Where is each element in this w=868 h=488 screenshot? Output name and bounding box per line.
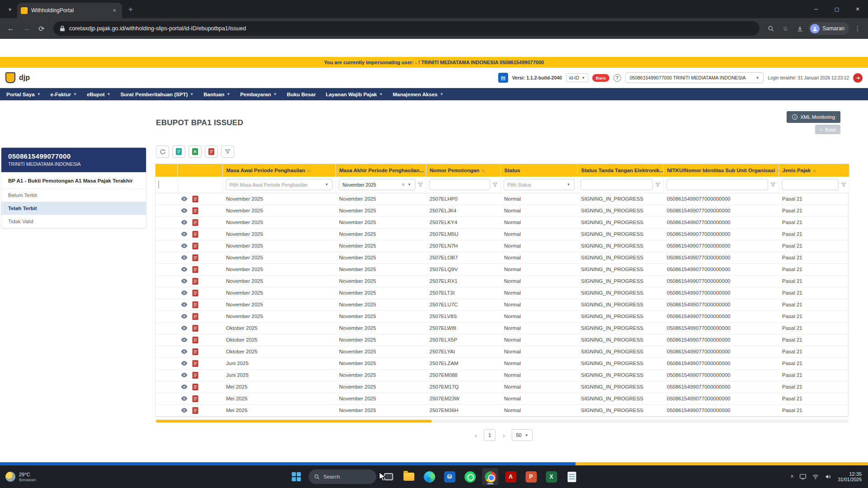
select-all-checkbox[interactable]: [158, 180, 159, 189]
download-pdf-icon[interactable]: [192, 407, 198, 414]
funnel-icon[interactable]: [655, 182, 660, 188]
view-row-icon[interactable]: [181, 314, 188, 319]
table-row[interactable]: Oktober 2025 November 2025 2507ELX5P Nor…: [156, 334, 849, 346]
taskbar-icon-chrome[interactable]: [482, 468, 499, 485]
download-pdf-icon[interactable]: [192, 325, 198, 332]
view-row-icon[interactable]: [181, 220, 188, 225]
view-row-icon[interactable]: [181, 243, 188, 249]
download-pdf-icon[interactable]: [192, 278, 198, 285]
download-pdf-icon[interactable]: [192, 313, 198, 320]
taskbar-icon-notepad[interactable]: [564, 468, 580, 485]
download-pdf-icon[interactable]: [192, 395, 198, 402]
download-pdf-icon[interactable]: [192, 360, 198, 367]
header-masa-awal[interactable]: Masa Awal Periode Penghasilan↑↓: [222, 164, 335, 177]
download-pdf-icon[interactable]: [192, 337, 198, 343]
taskbar-icon-adobe[interactable]: A: [503, 468, 519, 485]
browser-tab[interactable]: WithholdingPortal ×: [17, 3, 122, 18]
filter-masa-awal-select[interactable]: Pilih Masa Awal Periode Penghasilan▼: [226, 179, 333, 190]
clear-filter-icon[interactable]: ×: [402, 182, 405, 188]
tray-volume-icon[interactable]: [825, 474, 831, 479]
download-pdf-icon[interactable]: [192, 254, 198, 261]
table-row[interactable]: November 2025 November 2025 2507ELJK4 No…: [156, 205, 849, 216]
view-row-icon[interactable]: [181, 349, 188, 354]
download-pdf-icon[interactable]: [192, 372, 198, 379]
bookmark-star-icon[interactable]: ☆: [779, 23, 791, 34]
table-row[interactable]: November 2025 November 2025 2507ELV8S No…: [156, 310, 849, 322]
browser-profile-button[interactable]: Samaran: [808, 22, 849, 35]
sort-icon[interactable]: ↑↓: [481, 168, 485, 173]
nav-item-bantuan[interactable]: Bantuan▼: [203, 92, 230, 97]
nav-item-buku-besar[interactable]: Buku Besar: [287, 92, 316, 97]
funnel-icon[interactable]: [770, 182, 776, 188]
url-bar[interactable]: coretaxdjp.pajak.go.id/withholding-slips…: [53, 21, 760, 36]
taskbar-icon-powerpoint[interactable]: P: [523, 468, 539, 485]
logout-icon[interactable]: ➜: [853, 73, 863, 83]
window-close-button[interactable]: ✕: [847, 0, 868, 18]
nav-item-layanan-wajib-pajak[interactable]: Layanan Wajib Pajak▼: [326, 92, 382, 97]
view-row-icon[interactable]: [181, 302, 188, 307]
view-row-icon[interactable]: [181, 208, 188, 213]
taskbar-icon-store[interactable]: ⛁: [442, 468, 458, 485]
funnel-icon[interactable]: [841, 182, 846, 188]
funnel-icon[interactable]: [492, 182, 498, 188]
table-row[interactable]: Juni 2025 November 2025 2507ELZAM Normal…: [156, 357, 849, 369]
header-jenis-pajak[interactable]: Jenis Pajak↑↓: [778, 164, 849, 177]
view-row-icon[interactable]: [181, 372, 188, 378]
tab-search-chevron-icon[interactable]: ▾: [4, 3, 16, 16]
export-pdf-button[interactable]: [205, 145, 218, 158]
export-csv-button[interactable]: [172, 145, 185, 158]
export-excel-button[interactable]: [189, 145, 202, 158]
scrollbar-thumb[interactable]: [156, 420, 432, 422]
filter-status-ttd-input[interactable]: [580, 179, 653, 190]
taskbar-weather-widget[interactable]: 29°C Berawan: [0, 472, 36, 482]
view-row-icon[interactable]: [181, 255, 188, 260]
tray-hidden-icons-chevron[interactable]: ˄: [790, 474, 793, 480]
header-status[interactable]: Status: [500, 164, 577, 177]
start-button[interactable]: [288, 468, 305, 485]
window-minimize-button[interactable]: ─: [806, 0, 826, 18]
browser-menu-icon[interactable]: ⋮: [852, 23, 863, 34]
table-row[interactable]: November 2025 November 2025 2507ELT3I No…: [156, 287, 849, 299]
download-pdf-icon[interactable]: [192, 348, 198, 355]
zoom-icon[interactable]: [765, 23, 777, 34]
filter-jenis-pajak-input[interactable]: [782, 179, 839, 190]
view-row-icon[interactable]: [181, 267, 188, 272]
table-row[interactable]: Mei 2025 November 2025 2507EM36H Normal …: [156, 404, 849, 416]
header-status-ttd[interactable]: Status Tanda Tangan Elektronik...: [577, 164, 663, 177]
page-size-select[interactable]: 50 ▼: [512, 429, 532, 441]
xml-monitoring-button[interactable]: i XML Monitoring: [787, 111, 840, 123]
view-row-icon[interactable]: [181, 384, 188, 389]
nav-item-spt[interactable]: Surat Pemberitahuan (SPT)▼: [120, 92, 193, 97]
download-pdf-icon[interactable]: [192, 301, 198, 308]
table-row[interactable]: November 2025 November 2025 2507ELRX1 No…: [156, 275, 849, 287]
table-row[interactable]: Juni 2025 November 2025 2507EM088 Normal…: [156, 369, 849, 381]
tray-network-icon[interactable]: [812, 474, 819, 479]
filter-nomor-input[interactable]: [429, 179, 490, 190]
view-row-icon[interactable]: [181, 396, 188, 401]
table-row[interactable]: November 2025 November 2025 2507ELHP0 No…: [156, 193, 849, 205]
table-row[interactable]: November 2025 November 2025 2507ELOB7 No…: [156, 252, 849, 263]
download-pdf-icon[interactable]: [192, 290, 198, 296]
view-row-icon[interactable]: [181, 231, 188, 237]
account-select[interactable]: 0508615499077000 TRINITI MEDIATAMA INDON…: [625, 72, 764, 83]
download-pdf-icon[interactable]: [192, 219, 198, 226]
view-row-icon[interactable]: [181, 278, 188, 284]
view-row-icon[interactable]: [181, 361, 188, 366]
horizontal-scrollbar[interactable]: [155, 419, 849, 423]
view-row-icon[interactable]: [181, 196, 188, 202]
funnel-icon[interactable]: [418, 182, 423, 188]
new-feature-badge[interactable]: Baru: [592, 74, 609, 82]
view-row-icon[interactable]: [181, 290, 188, 296]
sidebar-item-tidak-valid[interactable]: Tidak Valid: [1, 215, 146, 228]
filter-masa-akhir-select[interactable]: November 2025 × ▼: [339, 179, 415, 190]
nav-item-e-faktur[interactable]: e-Faktur▼: [51, 92, 77, 97]
next-page-button[interactable]: ›: [499, 432, 508, 439]
table-row[interactable]: November 2025 November 2025 2507ELKY4 No…: [156, 216, 849, 228]
sidebar-item-telah-terbit[interactable]: Telah Terbit: [1, 202, 146, 215]
taskbar-clock[interactable]: 12:35 31/01/2026: [838, 471, 862, 482]
back-button[interactable]: ←: [5, 22, 17, 35]
table-row[interactable]: November 2025 November 2025 2507ELM5U No…: [156, 228, 849, 240]
download-pdf-icon[interactable]: [192, 384, 198, 390]
table-row[interactable]: Oktober 2025 November 2025 2507ELYAI Nor…: [156, 346, 849, 357]
current-page-button[interactable]: 1: [484, 429, 495, 441]
